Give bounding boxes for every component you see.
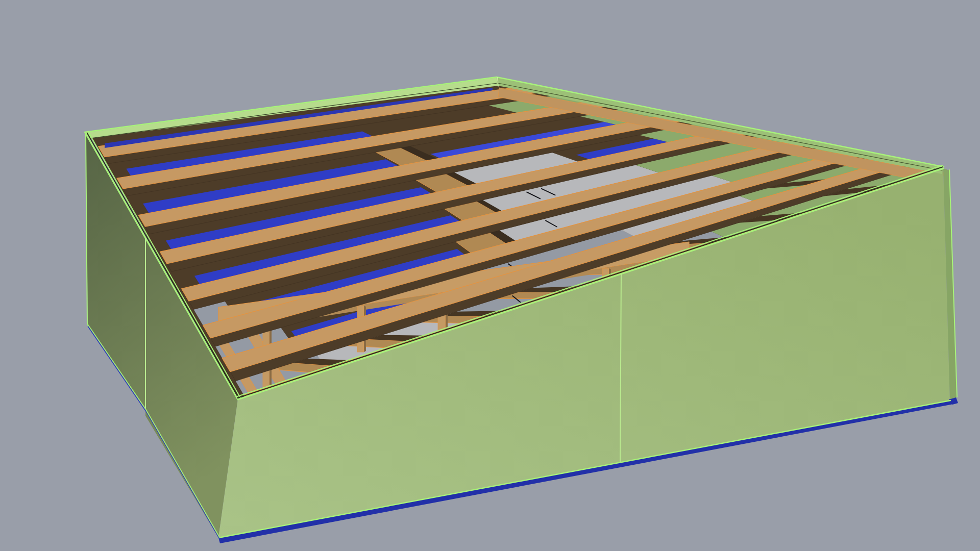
back-corner-notch <box>498 78 498 86</box>
3d-model-viewport[interactable] <box>0 0 980 551</box>
cad-app-window <box>0 0 980 551</box>
